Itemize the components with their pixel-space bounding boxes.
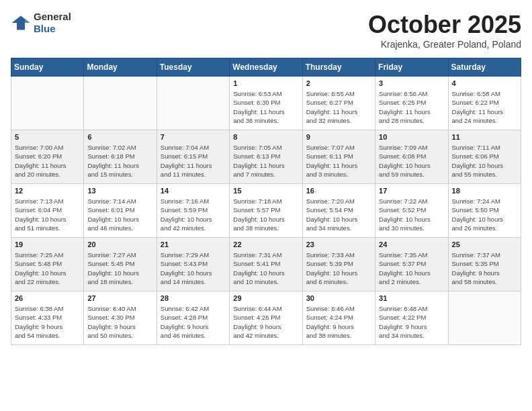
day-number: 17 xyxy=(379,187,444,195)
calendar-cell: 1Sunrise: 6:53 AMSunset: 6:30 PMDaylight… xyxy=(230,77,302,130)
logo-general: General xyxy=(34,11,71,22)
day-number: 1 xyxy=(233,79,298,87)
calendar-cell: 8Sunrise: 7:05 AMSunset: 6:13 PMDaylight… xyxy=(230,130,302,184)
day-number: 11 xyxy=(452,133,517,141)
calendar-cell: 25Sunrise: 7:37 AMSunset: 5:35 PMDayligh… xyxy=(448,238,521,291)
day-info: Sunrise: 6:40 AMSunset: 4:30 PMDaylight:… xyxy=(87,304,152,340)
day-number: 4 xyxy=(452,79,517,87)
day-info: Sunrise: 7:22 AMSunset: 5:52 PMDaylight:… xyxy=(379,197,444,232)
calendar-week-row: 5Sunrise: 7:00 AMSunset: 6:20 PMDaylight… xyxy=(11,130,521,184)
day-number: 23 xyxy=(306,240,371,248)
day-number: 24 xyxy=(379,240,444,248)
day-info: Sunrise: 7:14 AMSunset: 6:01 PMDaylight:… xyxy=(87,197,152,232)
calendar-cell: 4Sunrise: 6:58 AMSunset: 6:22 PMDaylight… xyxy=(448,77,521,130)
calendar-cell: 14Sunrise: 7:16 AMSunset: 5:59 PMDayligh… xyxy=(157,184,229,238)
calendar-cell: 26Sunrise: 6:38 AMSunset: 4:33 PMDayligh… xyxy=(11,291,84,345)
day-number: 2 xyxy=(306,79,371,87)
day-number: 6 xyxy=(87,133,152,141)
day-info: Sunrise: 7:00 AMSunset: 6:20 PMDaylight:… xyxy=(15,143,80,179)
title-area: October 2025 Krajenka, Greater Poland, P… xyxy=(368,11,521,50)
day-info: Sunrise: 7:24 AMSunset: 5:50 PMDaylight:… xyxy=(452,197,517,232)
day-number: 20 xyxy=(87,240,152,248)
logo-icon xyxy=(11,15,31,31)
calendar-cell: 6Sunrise: 7:02 AMSunset: 6:18 PMDaylight… xyxy=(84,130,157,184)
day-number: 29 xyxy=(233,294,298,302)
calendar-cell: 22Sunrise: 7:31 AMSunset: 5:41 PMDayligh… xyxy=(230,238,302,291)
calendar: SundayMondayTuesdayWednesdayThursdayFrid… xyxy=(11,58,521,345)
header: General Blue October 2025 Krajenka, Grea… xyxy=(11,11,521,50)
day-number: 22 xyxy=(233,240,298,248)
calendar-cell: 2Sunrise: 6:55 AMSunset: 6:27 PMDaylight… xyxy=(302,77,375,130)
weekday-header-thursday: Thursday xyxy=(302,58,375,77)
day-info: Sunrise: 7:18 AMSunset: 5:57 PMDaylight:… xyxy=(233,197,298,232)
day-info: Sunrise: 6:42 AMSunset: 4:28 PMDaylight:… xyxy=(161,304,226,340)
calendar-cell: 15Sunrise: 7:18 AMSunset: 5:57 PMDayligh… xyxy=(230,184,302,238)
day-info: Sunrise: 7:05 AMSunset: 6:13 PMDaylight:… xyxy=(233,143,298,179)
weekday-header-row: SundayMondayTuesdayWednesdayThursdayFrid… xyxy=(11,58,521,77)
month-title: October 2025 xyxy=(368,11,521,39)
calendar-week-row: 1Sunrise: 6:53 AMSunset: 6:30 PMDaylight… xyxy=(11,77,521,130)
day-number: 8 xyxy=(233,133,298,141)
day-number: 7 xyxy=(161,133,226,141)
calendar-cell: 5Sunrise: 7:00 AMSunset: 6:20 PMDaylight… xyxy=(11,130,84,184)
day-info: Sunrise: 6:55 AMSunset: 6:27 PMDaylight:… xyxy=(306,89,371,125)
weekday-header-friday: Friday xyxy=(375,58,448,77)
weekday-header-sunday: Sunday xyxy=(11,58,84,77)
day-info: Sunrise: 7:20 AMSunset: 5:54 PMDaylight:… xyxy=(306,197,371,232)
day-info: Sunrise: 6:58 AMSunset: 6:22 PMDaylight:… xyxy=(452,89,517,125)
day-number: 16 xyxy=(306,187,371,195)
day-info: Sunrise: 7:31 AMSunset: 5:41 PMDaylight:… xyxy=(233,250,298,286)
day-info: Sunrise: 7:09 AMSunset: 6:08 PMDaylight:… xyxy=(379,143,444,179)
day-number: 28 xyxy=(161,294,226,302)
calendar-cell: 19Sunrise: 7:25 AMSunset: 5:48 PMDayligh… xyxy=(11,238,84,291)
calendar-cell: 18Sunrise: 7:24 AMSunset: 5:50 PMDayligh… xyxy=(448,184,521,238)
day-info: Sunrise: 6:38 AMSunset: 4:33 PMDaylight:… xyxy=(15,304,80,340)
day-number: 9 xyxy=(306,133,371,141)
logo-blue: Blue xyxy=(34,23,56,34)
day-number: 18 xyxy=(452,187,517,195)
calendar-cell: 31Sunrise: 6:48 AMSunset: 4:22 PMDayligh… xyxy=(375,291,448,345)
day-number: 21 xyxy=(161,240,226,248)
calendar-cell: 7Sunrise: 7:04 AMSunset: 6:15 PMDaylight… xyxy=(157,130,229,184)
day-info: Sunrise: 7:04 AMSunset: 6:15 PMDaylight:… xyxy=(161,143,226,179)
calendar-cell: 16Sunrise: 7:20 AMSunset: 5:54 PMDayligh… xyxy=(302,184,375,238)
calendar-cell: 9Sunrise: 7:07 AMSunset: 6:11 PMDaylight… xyxy=(302,130,375,184)
day-info: Sunrise: 6:56 AMSunset: 6:25 PMDaylight:… xyxy=(379,89,444,125)
day-number: 10 xyxy=(379,133,444,141)
day-info: Sunrise: 7:13 AMSunset: 6:04 PMDaylight:… xyxy=(15,197,80,232)
day-number: 31 xyxy=(379,294,444,302)
calendar-cell: 24Sunrise: 7:35 AMSunset: 5:37 PMDayligh… xyxy=(375,238,448,291)
day-info: Sunrise: 7:27 AMSunset: 5:45 PMDaylight:… xyxy=(87,250,152,286)
day-info: Sunrise: 6:48 AMSunset: 4:22 PMDaylight:… xyxy=(379,304,444,340)
day-number: 12 xyxy=(15,187,80,195)
calendar-cell: 20Sunrise: 7:27 AMSunset: 5:45 PMDayligh… xyxy=(84,238,157,291)
logo: General Blue xyxy=(11,11,71,35)
calendar-cell: 3Sunrise: 6:56 AMSunset: 6:25 PMDaylight… xyxy=(375,77,448,130)
calendar-cell xyxy=(84,77,157,130)
day-info: Sunrise: 7:25 AMSunset: 5:48 PMDaylight:… xyxy=(15,250,80,286)
calendar-cell: 11Sunrise: 7:11 AMSunset: 6:06 PMDayligh… xyxy=(448,130,521,184)
weekday-header-wednesday: Wednesday xyxy=(230,58,302,77)
day-info: Sunrise: 7:07 AMSunset: 6:11 PMDaylight:… xyxy=(306,143,371,179)
weekday-header-saturday: Saturday xyxy=(448,58,521,77)
calendar-cell: 10Sunrise: 7:09 AMSunset: 6:08 PMDayligh… xyxy=(375,130,448,184)
svg-marker-1 xyxy=(25,19,30,23)
calendar-cell xyxy=(157,77,229,130)
day-number: 19 xyxy=(15,240,80,248)
weekday-header-tuesday: Tuesday xyxy=(157,58,229,77)
calendar-week-row: 12Sunrise: 7:13 AMSunset: 6:04 PMDayligh… xyxy=(11,184,521,238)
day-info: Sunrise: 6:46 AMSunset: 4:24 PMDaylight:… xyxy=(306,304,371,340)
calendar-cell: 30Sunrise: 6:46 AMSunset: 4:24 PMDayligh… xyxy=(302,291,375,345)
day-info: Sunrise: 7:33 AMSunset: 5:39 PMDaylight:… xyxy=(306,250,371,286)
day-info: Sunrise: 7:11 AMSunset: 6:06 PMDaylight:… xyxy=(452,143,517,179)
day-number: 14 xyxy=(161,187,226,195)
calendar-cell: 29Sunrise: 6:44 AMSunset: 4:26 PMDayligh… xyxy=(230,291,302,345)
calendar-week-row: 19Sunrise: 7:25 AMSunset: 5:48 PMDayligh… xyxy=(11,238,521,291)
day-number: 27 xyxy=(87,294,152,302)
calendar-cell: 12Sunrise: 7:13 AMSunset: 6:04 PMDayligh… xyxy=(11,184,84,238)
day-info: Sunrise: 6:44 AMSunset: 4:26 PMDaylight:… xyxy=(233,304,298,340)
day-info: Sunrise: 7:35 AMSunset: 5:37 PMDaylight:… xyxy=(379,250,444,286)
day-number: 5 xyxy=(15,133,80,141)
calendar-cell xyxy=(448,291,521,345)
day-info: Sunrise: 7:16 AMSunset: 5:59 PMDaylight:… xyxy=(161,197,226,232)
